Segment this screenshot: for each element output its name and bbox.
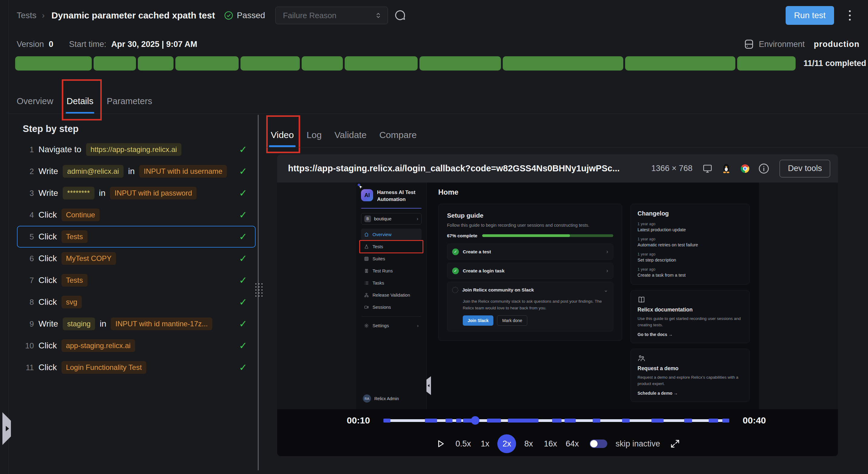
schedule-demo-link[interactable]: Schedule a demo →: [638, 391, 743, 396]
changelog-text: Set step description: [638, 258, 743, 263]
comment-button[interactable]: [394, 9, 407, 22]
step-row[interactable]: 6ClickMyTest COPY✓: [17, 247, 256, 269]
viewer-tabs-divider: [267, 147, 868, 147]
embedded-nav-label: Sessions: [373, 305, 391, 310]
seek-activity-segment: [684, 418, 692, 422]
step-row[interactable]: 8Clicksvg✓: [17, 291, 256, 313]
embedded-user[interactable]: RA Relicx Admin: [361, 395, 422, 404]
play-button[interactable]: [435, 439, 445, 449]
panel-resize-handle[interactable]: [255, 283, 262, 300]
embedded-brand: AI Harness AI Test Automation: [361, 189, 422, 203]
step-number: 1: [23, 145, 34, 155]
embedded-nav-item-tests[interactable]: Tests: [361, 241, 422, 253]
speed-64x-button[interactable]: 64x: [563, 434, 582, 453]
viewer-tabs: VideoLogValidateCompare: [271, 123, 417, 147]
tab-overview[interactable]: Overview: [17, 89, 53, 114]
done-check-icon: ✓: [452, 268, 459, 274]
failure-reason-select[interactable]: Failure Reason: [275, 7, 388, 24]
embedded-nav-item-sessions[interactable]: Sessions: [361, 301, 422, 313]
join-slack-button[interactable]: Join Slack: [463, 315, 493, 326]
speed-16x-button[interactable]: 16x: [541, 434, 560, 453]
step-row[interactable]: 2Writeadmin@relicx.aiinINPUT with id use…: [17, 161, 256, 182]
step-row[interactable]: 4ClickContinue✓: [17, 204, 256, 226]
step-row[interactable]: 9WritestaginginINPUT with id mantine-17z…: [17, 313, 256, 335]
changelog-entry: 1 year agoAutomatic retries on test fail…: [638, 237, 743, 247]
embedded-nav-label: Test Runs: [373, 268, 393, 273]
tab-parameters[interactable]: Parameters: [107, 89, 152, 114]
skip-inactive-toggle[interactable]: [590, 440, 607, 448]
current-time: 00:10: [347, 415, 370, 426]
embedded-nav-label: Release Validation: [373, 293, 410, 298]
step-row[interactable]: 7ClickTests✓: [17, 269, 256, 291]
changelog-entry: 1 year agoCreate a task from a test: [638, 267, 743, 277]
setup-item: Join Relicx community on Slack⌄Join the …: [447, 282, 613, 332]
dev-tools-button[interactable]: Dev tools: [780, 160, 830, 177]
step-number: 2: [23, 167, 34, 176]
changelog-card: Changelog 1 year agoLatest production up…: [630, 204, 750, 284]
progress-segment: [737, 56, 796, 70]
setup-item-header[interactable]: ✓Create a test›: [452, 244, 608, 260]
progress-segment: [302, 56, 343, 70]
viewer-tab-log[interactable]: Log: [307, 123, 322, 147]
setup-progress: 67% complete: [447, 233, 613, 238]
documentation-title: Relicx documentation: [638, 307, 743, 313]
seek-thumb[interactable]: [471, 416, 479, 425]
detail-viewer-panel: VideoLogValidateCompare https://app-stag…: [267, 114, 868, 474]
step-action: Write: [38, 188, 58, 198]
viewer-tab-compare[interactable]: Compare: [379, 123, 416, 147]
embedded-nav-item-test-runs[interactable]: Test Runs: [361, 265, 422, 277]
speed-2x-button[interactable]: 2x: [497, 434, 516, 453]
setup-item-header[interactable]: Join Relicx community on Slack⌄: [452, 282, 608, 298]
done-check-icon: ✓: [452, 248, 459, 255]
progress-segment: [94, 56, 136, 70]
seek-activity-segment: [651, 418, 663, 422]
step-row[interactable]: 10Clickapp-staging.relicx.ai✓: [17, 335, 256, 357]
speed-1x-button[interactable]: 1x: [475, 434, 494, 453]
embedded-page-title: Home: [438, 188, 751, 197]
mark-done-button[interactable]: Mark done: [497, 315, 527, 326]
step-success-check-icon: ✓: [239, 209, 247, 221]
step-row[interactable]: 3Write********inINPUT with id password✓: [17, 182, 256, 204]
changelog-entry: 1 year agoLatest production update: [638, 222, 743, 232]
failure-reason-placeholder: Failure Reason: [283, 11, 336, 20]
step-success-check-icon: ✓: [239, 318, 247, 330]
step-success-check-icon: ✓: [239, 274, 247, 286]
request-demo-title: Request a demo: [638, 365, 743, 372]
info-icon[interactable]: [758, 163, 770, 175]
go-to-docs-link[interactable]: Go to the docs →: [638, 332, 743, 337]
video-url: https://app-staging.relicx.ai/login_call…: [288, 164, 645, 173]
fullscreen-button[interactable]: [670, 439, 680, 448]
embedded-nav-settings[interactable]: Settings ›: [361, 319, 422, 332]
step-number: 10: [23, 341, 34, 350]
breadcrumb-tests[interactable]: Tests: [17, 10, 36, 20]
setup-item-header[interactable]: ✓Create a login task›: [452, 263, 608, 278]
embedded-nav-item-tasks[interactable]: Tasks: [361, 277, 422, 289]
embedded-nav-item-release-validation[interactable]: Release Validation: [361, 289, 422, 301]
viewer-tab-validate[interactable]: Validate: [334, 123, 367, 147]
tasks-icon: [364, 280, 369, 285]
tab-details[interactable]: Details: [67, 89, 94, 114]
step-target-badge: INPUT with id mantine-17z...: [111, 317, 212, 330]
viewer-tab-video[interactable]: Video: [271, 123, 294, 147]
suites-icon: [364, 257, 369, 261]
step-row[interactable]: 5ClickTests✓: [17, 226, 256, 247]
changelog-text: Latest production update: [638, 227, 743, 232]
seek-bar[interactable]: [383, 416, 730, 425]
embedded-nav-item-suites[interactable]: Suites: [361, 253, 422, 265]
speed-8x-button[interactable]: 8x: [519, 434, 538, 453]
seek-activity-segment: [487, 418, 501, 422]
run-test-button[interactable]: Run test: [786, 6, 834, 25]
speed-0.5x-button[interactable]: 0.5x: [454, 434, 472, 453]
video-url-bar: https://app-staging.relicx.ai/login_call…: [277, 155, 838, 182]
chevron-up-down-icon: [374, 11, 382, 20]
step-success-check-icon: ✓: [239, 144, 247, 155]
duration: 00:40: [743, 415, 766, 426]
embedded-project-selector[interactable]: B boutique ›: [361, 213, 422, 225]
embedded-nav-item-overview[interactable]: Overview: [361, 229, 422, 241]
step-row[interactable]: 1Navigate tohttps://app-staging.relicx.a…: [17, 139, 256, 161]
changelog-time: 1 year ago: [638, 252, 743, 257]
toggle-knob: [590, 440, 597, 447]
monitor-icon: [702, 163, 714, 175]
step-row[interactable]: 11ClickLogin Functionality Test✓: [17, 357, 256, 378]
more-options-button[interactable]: [844, 6, 856, 25]
